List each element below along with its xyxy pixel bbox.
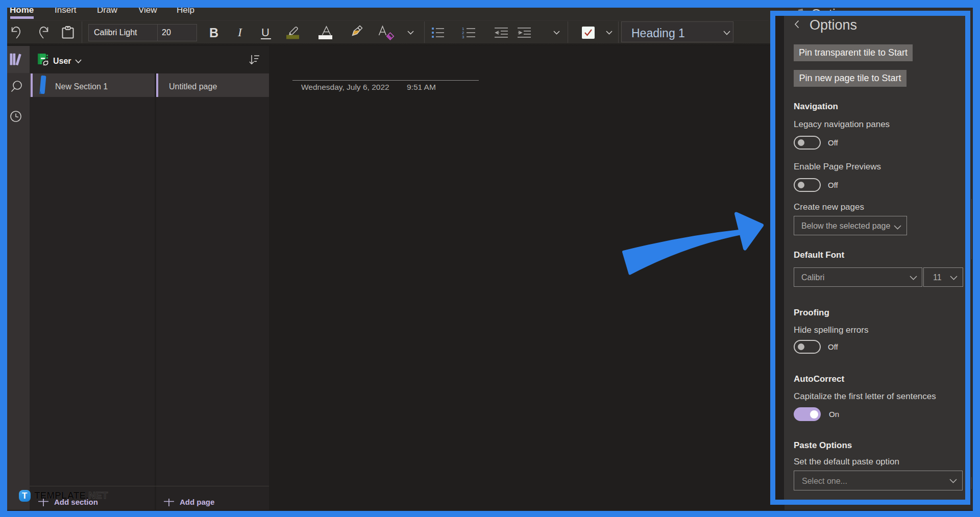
svg-text:3: 3 [462, 35, 464, 39]
